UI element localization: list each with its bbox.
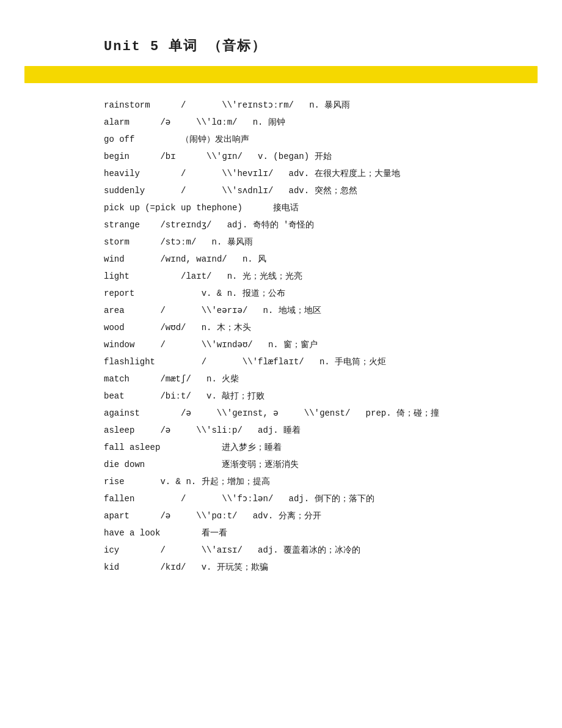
list-item: flashlight / \\'flæflaɪt/ n. 手电筒；火炬 — [104, 353, 538, 370]
list-item: asleep /ə \\'sliːp/ adj. 睡着 — [104, 422, 538, 439]
list-item: alarm /ə \\'lɑːm/ n. 闹钟 — [104, 114, 538, 131]
list-item: begin /bɪ \\'ɡɪn/ v. (began) 开始 — [104, 148, 538, 165]
list-item: rainstorm / \\'reɪnstɔːrm/ n. 暴风雨 — [104, 97, 538, 114]
page-title: Unit 5 单词 （音标） — [24, 37, 538, 55]
list-item: kid /kɪd/ v. 开玩笑；欺骗 — [104, 559, 538, 576]
list-item: area / \\'eərɪə/ n. 地域；地区 — [104, 302, 538, 319]
list-item: strange /streɪndʒ/ adj. 奇特的 '奇怪的 — [104, 216, 538, 233]
page-container: Unit 5 单词 （音标） rainstorm / \\'reɪnstɔːrm… — [24, 37, 538, 576]
list-item: apart /ə \\'pɑːt/ adv. 分离；分开 — [104, 507, 538, 524]
list-item: wind /wɪnd, waɪnd/ n. 风 — [104, 251, 538, 268]
list-item: report v. & n. 报道；公布 — [104, 285, 538, 302]
list-item: window / \\'wɪndəʊ/ n. 窗；窗户 — [104, 336, 538, 353]
list-item: go off （闹钟）发出响声 — [104, 131, 538, 148]
list-item: die down 逐渐变弱；逐渐消失 — [104, 456, 538, 473]
list-item: storm /stɔːm/ n. 暴风雨 — [104, 233, 538, 251]
yellow-bar — [24, 66, 538, 83]
list-item: match /mætʃ/ n. 火柴 — [104, 370, 538, 388]
list-item: suddenly / \\'sʌdnlɪ/ adv. 突然；忽然 — [104, 182, 538, 199]
list-item: icy / \\'aɪsɪ/ adj. 覆盖着冰的；冰冷的 — [104, 542, 538, 559]
list-item: have a look 看一看 — [104, 524, 538, 542]
list-item: heavily / \\'hevɪlɪ/ adv. 在很大程度上；大量地 — [104, 165, 538, 182]
list-item: wood /wʊd/ n. 木；木头 — [104, 319, 538, 336]
list-item: beat /biːt/ v. 敲打；打败 — [104, 388, 538, 405]
vocab-list: rainstorm / \\'reɪnstɔːrm/ n. 暴风雨alarm /… — [24, 97, 538, 576]
list-item: rise v. & n. 升起；增加；提高 — [104, 473, 538, 490]
list-item: pick up (=pick up thephone) 接电话 — [104, 199, 538, 216]
list-item: fallen / \\'fɔːlən/ adj. 倒下的；落下的 — [104, 490, 538, 507]
list-item: fall asleep 进入梦乡；睡着 — [104, 439, 538, 456]
list-item: against /ə \\'ɡeɪnst, ə \\'ɡenst/ prep. … — [104, 405, 538, 422]
list-item: light /laɪt/ n. 光；光线；光亮 — [104, 268, 538, 285]
